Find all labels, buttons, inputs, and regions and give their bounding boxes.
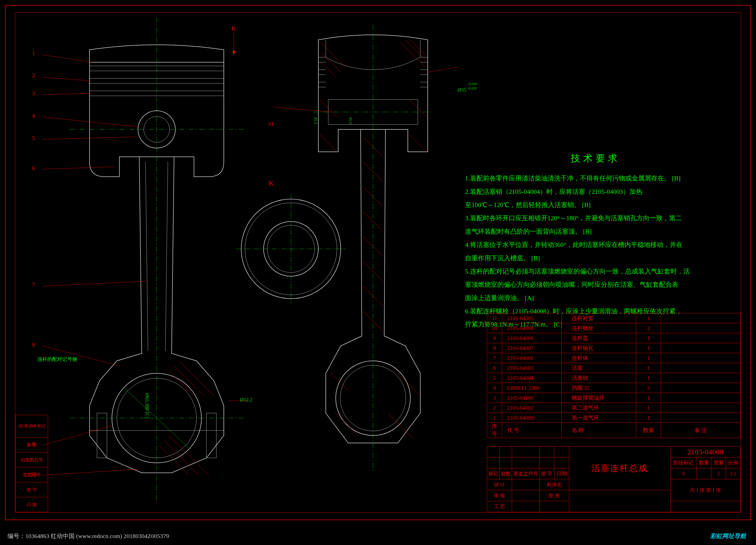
tech-note: 道气环装配时有凸阶的一面背向活塞顶。 [B] xyxy=(465,225,726,238)
tb-cell: 数量 xyxy=(697,457,711,468)
tb-sheet: 共 1 张 第 1 张 xyxy=(670,479,740,501)
svg-line-23 xyxy=(42,77,92,81)
tb-cell: 1:1 xyxy=(726,468,741,479)
dim-d3: Ø35 xyxy=(458,87,466,93)
bom-cell: 3 xyxy=(487,393,502,403)
bom-cell: 9 xyxy=(487,333,502,343)
drawing-number: 2105-04000 xyxy=(670,447,740,457)
dim-d2: Ø65.388 [C] xyxy=(144,393,150,418)
svg-line-77 xyxy=(398,373,418,393)
stamp-cell: 借(通)用件登记 xyxy=(16,415,48,438)
assembly-name: 活塞连杆总成 xyxy=(569,447,670,490)
tech-note: 5.连杆的配对记号必须与活塞顶燃烧室的偏心方向一致，总成装入气缸套时，活 xyxy=(465,265,726,278)
bom-cell: 4 xyxy=(487,383,502,393)
tb-cell: 工 艺 xyxy=(487,501,512,512)
item-2: 2 xyxy=(30,72,37,79)
bom-cell: 1 xyxy=(487,413,502,423)
stamp-cell: 量 校 xyxy=(16,438,48,452)
bom-cell: 活塞 xyxy=(562,363,636,373)
bom-hdr: 数量 xyxy=(636,423,661,438)
tb-cell: 更改文件号 xyxy=(512,468,539,479)
svg-line-27 xyxy=(42,167,114,169)
bom-hdr: 代 号 xyxy=(502,423,562,438)
item-8: 8 xyxy=(30,342,37,348)
bom-cell: 2105-04002 xyxy=(502,403,562,413)
bom-cell: 连杆轴瓦 xyxy=(562,343,636,353)
bom-cell: 2 xyxy=(636,383,661,393)
stamp-cell: 签 字 xyxy=(16,482,48,497)
item-11: 11 xyxy=(267,121,275,127)
bom-cell: 5 xyxy=(487,373,502,383)
bom-cell xyxy=(661,393,741,403)
tech-title: 技术要求 xyxy=(465,149,726,167)
bom-cell xyxy=(661,323,741,333)
ann-mark-side: 连杆的配对记号侧 xyxy=(37,356,77,363)
bom-cell: 连杆衬套 xyxy=(562,313,636,323)
bom-cell: 8 xyxy=(487,343,502,353)
svg-line-61 xyxy=(410,40,426,56)
svg-line-20 xyxy=(159,446,189,475)
bom-cell: 第一道气环 xyxy=(562,413,636,423)
bom-cell xyxy=(661,383,741,393)
tech-requirements: 技术要求 1.装配前各零件应用清洁柴油清洗干净，不得有任何污物或金属屑存在。 [… xyxy=(465,149,726,332)
bom-cell xyxy=(661,373,741,383)
dim-d1: Ø12.2 xyxy=(240,397,252,403)
svg-line-30 xyxy=(42,426,112,446)
tb-cell: 审 核 xyxy=(487,490,512,501)
bom-cell: 2105-04005 xyxy=(502,313,562,323)
svg-line-63 xyxy=(409,134,426,152)
bom-cell: 2105-04008 xyxy=(502,323,562,333)
bom-cell xyxy=(661,353,741,363)
tech-note: 自重作用下沉入槽底。 [B] xyxy=(465,252,726,264)
svg-line-70 xyxy=(363,187,383,206)
svg-line-19 xyxy=(164,441,199,475)
bom-cell: 1 xyxy=(636,403,661,413)
bom-cell xyxy=(661,413,741,423)
tb-cell: 质量 xyxy=(711,457,726,468)
tb-cell xyxy=(697,468,711,479)
bom-cell: 1 xyxy=(636,373,661,383)
bom-cell: 6 xyxy=(487,363,502,373)
bom-cell: 1 xyxy=(636,333,661,343)
bom-table: 112105-04005连杆衬套1102105-04008连杆螺栓292105-… xyxy=(487,313,741,438)
tb-cell: 标记 xyxy=(487,468,500,479)
bom-cell: 10 xyxy=(487,323,502,333)
bom-cell: 1 xyxy=(636,313,661,323)
svg-line-78 xyxy=(336,413,358,436)
svg-line-74 xyxy=(363,286,383,306)
title-block: 活塞连杆总成 2105-04000 阶段标记 数量 质量 比例 标记 处数 更改… xyxy=(487,446,741,512)
tech-note: 4.将活塞位于水平位置，并转动360°，此时活塞环应在槽内平稳地移动，并在 xyxy=(465,239,726,251)
bom-cell: 7 xyxy=(487,353,502,363)
watermark-left: 编号：10364863 红动中国 (www.redocn.com) 201803… xyxy=(7,532,169,540)
bom-cell xyxy=(661,313,741,323)
bom-cell: 2105-04006 xyxy=(502,353,562,363)
svg-line-31 xyxy=(42,469,139,475)
bom-cell: 连杆盖 xyxy=(562,333,636,343)
dim-tol-l: -0.020 xyxy=(468,87,476,91)
tb-cell: 设 计 xyxy=(487,479,512,490)
svg-line-72 xyxy=(363,236,383,256)
svg-line-59 xyxy=(400,42,425,67)
bom-cell: 1 xyxy=(636,413,661,423)
bom-cell: 连杆体 xyxy=(562,353,636,363)
bom-cell: 挡圈 35 xyxy=(562,383,636,393)
tech-note: 2.装配活塞销（2105-04004）时，应将活塞（2105-04003）加热 xyxy=(465,186,726,198)
svg-line-62 xyxy=(320,134,337,152)
svg-line-25 xyxy=(42,117,139,127)
tb-cell: 日期 xyxy=(554,468,569,479)
bom-cell: 2105-04009 xyxy=(502,333,562,343)
bom-cell: 11 xyxy=(487,313,502,323)
bom-cell xyxy=(661,333,741,343)
bom-cell: GB893.1-1986 xyxy=(502,383,562,393)
bom-cell: 2105-04100 xyxy=(502,393,562,403)
item-3: 3 xyxy=(30,90,37,97)
stamp-cell: 底图总号 xyxy=(16,467,48,482)
watermark-right: 彩虹网址导航 xyxy=(710,532,746,540)
bom-cell xyxy=(661,343,741,353)
item-6: 6 xyxy=(30,165,37,171)
dim-tol-u: +0.045 xyxy=(468,82,477,86)
bom-hdr: 备 注 xyxy=(661,423,741,438)
item-1: 1 xyxy=(30,50,37,56)
bom-cell: 2 xyxy=(636,323,661,333)
bom-cell xyxy=(661,363,741,373)
